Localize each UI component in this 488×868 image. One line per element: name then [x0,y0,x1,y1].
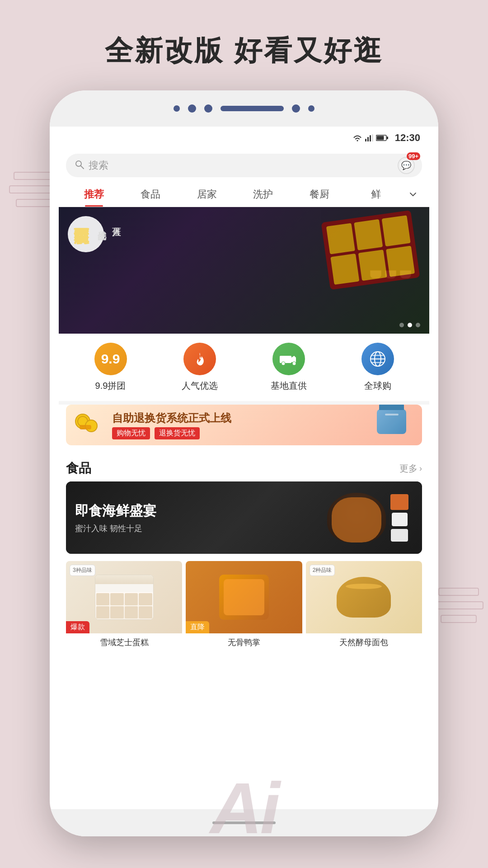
direct-supply-icon [272,343,305,375]
svg-rect-7 [387,137,388,139]
quick-access-section: 9.9 9.9拼团 人气优选 [59,334,429,405]
food-featured-text-area: 即食海鲜盛宴 蜜汁入味 韧性十足 [75,502,156,534]
food-section-title: 食品 [66,460,91,477]
category-item-home[interactable]: 居家 [178,182,235,207]
product-image-duck: 直降 [186,561,302,633]
product-grid: 3种品味 [59,561,429,660]
hero-banner[interactable]: 圆满中秋汇百香 月下佳人 岁岁品优选 [59,207,429,334]
category-nav: 推荐 食品 居家 洗护 餐厨 鲜 [59,182,429,207]
product-card-duck[interactable]: 直降 无骨鸭掌 [186,561,302,653]
popular-icon [183,343,216,375]
battery-icon [376,135,389,141]
product-name-bread: 天然酵母面包 [306,633,422,653]
svg-rect-2 [367,137,369,142]
duck-shape [219,575,269,620]
phone-dot-1 [174,105,180,112]
wifi-icon [352,134,362,142]
truck-icon [280,352,298,366]
flavor-badge-cake: 3种品味 [70,565,95,576]
flavor-badge-bread: 2种品味 [310,565,335,576]
deco-line-right-2 [434,601,483,609]
mooncake-box [321,210,420,290]
banner-dot-2 [408,323,412,327]
banner-subtitle: 月下佳人 岁岁品优选 [95,221,124,325]
chevron-down-icon [409,190,417,198]
category-item-fresh[interactable]: 鲜 [347,182,404,207]
quick-item-group-buy[interactable]: 9.9 9.9拼团 [66,343,155,392]
category-more-button[interactable] [404,190,422,198]
group-buy-icon: 9.9 [94,343,127,375]
phone-hardware-top [50,90,438,127]
chevron-right-icon: › [419,464,422,473]
category-item-food[interactable]: 食品 [122,182,179,207]
message-badge-button[interactable]: 99+ [396,155,417,176]
promo-banner[interactable]: 自助退换货系统正式上线 购物无忧 退换货无忧 [66,405,422,445]
food-section-more-button[interactable]: 更多 › [399,462,422,475]
product-image-bread: 2种品味 [306,561,422,633]
bread-shape [337,577,391,618]
search-bar[interactable]: 搜索 99+ [66,154,422,177]
global-icon [361,343,394,375]
product-card-cake[interactable]: 3种品味 [66,561,182,653]
product-image-cake: 3种品味 [66,561,182,633]
phone-dot-4 [292,104,300,113]
deco-line-left-3 [16,199,52,207]
product-name-cake: 雪域芝士蛋糕 [66,633,182,653]
signal-icon [365,134,373,142]
fire-icon [192,351,208,367]
deco-line-right-1 [438,588,479,596]
svg-rect-4 [372,134,373,142]
food-section-header: 食品 更多 › [59,453,429,481]
promo-text-area: 自助退换货系统正式上线 购物无忧 退换货无忧 [112,411,377,439]
svg-point-8 [76,161,81,166]
phone-screen: 12:30 搜索 99+ 推荐 食品 [59,127,429,809]
product-card-bread[interactable]: 2种品味 天然酵母面包 [306,561,422,653]
promo-tag-2: 退换货无忧 [155,427,200,439]
category-item-kitchen[interactable]: 餐厨 [291,182,348,207]
svg-line-9 [81,166,84,169]
food-featured-banner[interactable]: 即食海鲜盛宴 蜜汁入味 韧性十足 [66,481,422,554]
promo-sub-text: 购物无忧 退换货无忧 [112,427,377,439]
promo-main-text: 自助退换货系统正式上线 [112,411,377,425]
ai-watermark: Ai [210,767,278,850]
status-bar: 12:30 [59,127,429,149]
status-time: 12:30 [395,132,420,144]
banner-food-display [325,216,416,278]
phone-dot-2 [188,104,196,113]
food-featured-image [327,493,408,542]
status-icons [352,134,389,142]
product-name-duck: 无骨鸭掌 [186,633,302,653]
phone-speaker [221,106,284,111]
promo-coin-decoration [75,411,107,439]
food-featured-subtitle: 蜜汁入味 韧性十足 [75,523,156,534]
promo-tag-1: 购物无忧 [112,427,150,439]
banner-dot-3 [416,323,420,327]
svg-rect-10 [280,356,291,363]
phone-frame: 12:30 搜索 99+ 推荐 食品 [50,90,438,836]
category-item-hygiene[interactable]: 洗护 [235,182,291,207]
promo-box-icon [377,409,413,441]
search-placeholder-text: 搜索 [89,159,108,172]
banner-text-area: 圆满中秋汇百香 月下佳人 岁岁品优选 [72,216,124,325]
deco-line-right-3 [441,615,477,623]
svg-point-11 [282,362,285,365]
deco-line-left-1 [14,172,54,180]
banner-dot-1 [399,323,404,327]
badge-count: 99+ [407,152,420,160]
banner-title: 圆满中秋汇百香 [72,216,91,325]
category-item-recommend[interactable]: 推荐 [66,182,122,207]
quick-item-popular[interactable]: 人气优选 [155,343,244,392]
cake-shape [95,575,154,620]
quick-item-global[interactable]: 全球购 [333,343,422,392]
quick-item-direct[interactable]: 基地直供 [244,343,333,392]
page-tagline: 全新改版 好看又好逛 [0,32,488,70]
product-tag-cake: 爆款 [66,621,89,633]
phone-dot-5 [308,105,314,112]
food-featured-title: 即食海鲜盛宴 [75,502,156,520]
banner-pagination [399,323,420,327]
svg-rect-6 [376,136,384,140]
svg-point-0 [357,140,358,142]
product-tag-duck: 直降 [186,621,209,633]
phone-dot-3 [204,104,212,113]
svg-rect-1 [365,139,366,142]
